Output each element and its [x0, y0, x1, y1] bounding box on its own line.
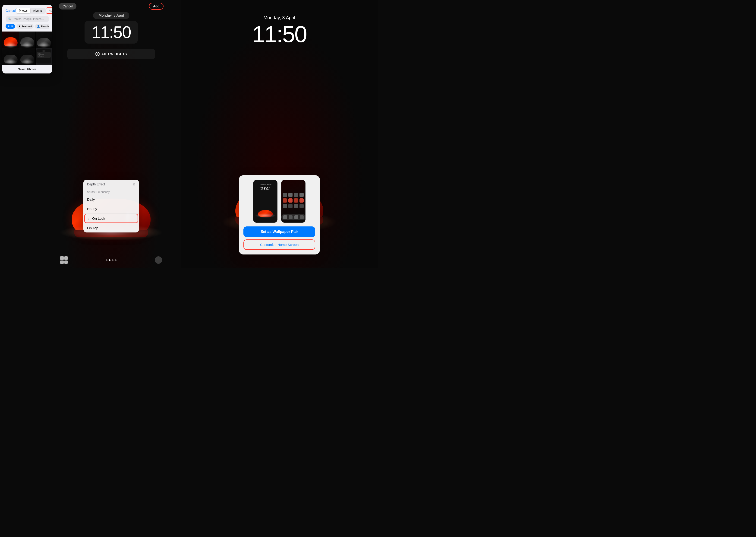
- picker-filter-row: ⊞ All ★ Featured 👤 People 🐾 Pets: [6, 24, 49, 30]
- photo-cell-dark-car-3[interactable]: [2, 48, 19, 65]
- plus-circle-icon: +: [95, 52, 99, 56]
- grid-dot-3: [60, 261, 64, 264]
- page-dot-2: [109, 259, 110, 261]
- daily-label: Daily: [87, 197, 95, 201]
- home-mini-content: [282, 180, 305, 223]
- picker-header: Cancel Photos Albums Add 🔍 Photos, Peopl…: [2, 5, 52, 31]
- picker-segmented-control: Photos Albums: [16, 8, 46, 14]
- editor-add-button[interactable]: Add: [149, 3, 164, 10]
- lock-time-display[interactable]: 11:50: [85, 21, 138, 44]
- all-grid-icon: ⊞: [7, 25, 10, 28]
- lock-screen-editor: Cancel Add Monday, 3 April 11:50 + ADD W…: [53, 0, 169, 268]
- dropdown-daily[interactable]: Daily: [83, 195, 139, 204]
- action-card: Tuesday, 9 January 09:41: [239, 175, 320, 255]
- grid-dot-4: [64, 261, 68, 264]
- filter-featured[interactable]: ★ Featured: [17, 24, 34, 29]
- photos-tab[interactable]: Photos: [16, 8, 30, 13]
- lock-screen-mini-preview: Tuesday, 9 January 09:41: [253, 180, 278, 223]
- filter-people-label: People: [41, 25, 49, 28]
- editor-topbar: Cancel Add: [53, 0, 169, 13]
- customize-home-screen-button[interactable]: Customize Home Screen: [244, 239, 315, 250]
- page-dot-3: [112, 259, 113, 261]
- filter-featured-label: Featured: [21, 25, 32, 28]
- mini-car-glow: [255, 213, 276, 218]
- dropdown-hourly[interactable]: Hourly: [83, 204, 139, 214]
- filter-all[interactable]: ⊞ All: [6, 24, 15, 29]
- shuffle-frequency-label: Shuffle Frequency: [87, 190, 110, 194]
- wallpaper-preview-panel: Monday, 3 April 11:50 Tuesday, 9 January…: [181, 0, 378, 268]
- home-screen-mini-preview: [281, 180, 306, 223]
- photo-cell-dark-car-1[interactable]: [19, 31, 35, 48]
- grid-dot-1: [60, 256, 64, 260]
- photo-grid: 11:50 Share... Save to Photos Copy Copy …: [2, 31, 52, 65]
- more-options-button[interactable]: ···: [155, 256, 162, 264]
- depth-effect-item[interactable]: Depth Effect ⧉: [83, 180, 139, 189]
- dropdown-on-tap[interactable]: On Tap: [83, 224, 139, 232]
- lock-date-text: Monday, 3 April: [98, 14, 124, 18]
- page-dot-4: [115, 259, 117, 261]
- mini-lock-date: Tuesday, 9 January: [253, 184, 277, 185]
- set-wallpaper-button[interactable]: Set as Wallpaper Pair: [244, 227, 315, 237]
- star-icon: ★: [18, 25, 20, 28]
- person-icon: 👤: [37, 25, 40, 28]
- picker-search[interactable]: 🔍 Photos, People, Places...: [6, 16, 49, 22]
- picker-footer: Select Photos: [2, 65, 52, 73]
- filter-all-label: All: [11, 25, 13, 28]
- on-tap-label: On Tap: [87, 226, 98, 230]
- photo-cell-red-car-1[interactable]: [2, 31, 19, 48]
- hourly-label: Hourly: [87, 207, 97, 211]
- right-time-text: 11:50: [252, 21, 306, 48]
- lock-date-pill[interactable]: Monday, 3 April: [93, 12, 129, 19]
- ellipsis-icon: ···: [157, 258, 160, 262]
- grid-dot-2: [64, 256, 68, 260]
- shuffle-frequency-header: Shuffle Frequency: [83, 189, 139, 195]
- page-dots-indicator: [106, 259, 117, 261]
- mini-lock-car: [256, 205, 275, 218]
- mini-lock-time: 09:41: [253, 186, 277, 192]
- photo-cell-dark-car-4[interactable]: [19, 48, 35, 65]
- add-widgets-button[interactable]: + ADD WIDGETS: [67, 49, 155, 59]
- right-date-text: Monday, 3 April: [264, 15, 295, 21]
- picker-cancel-button[interactable]: Cancel: [6, 9, 16, 13]
- filter-people[interactable]: 👤 People: [35, 24, 49, 29]
- lock-mini-content: Tuesday, 9 January 09:41: [253, 180, 277, 223]
- layers-icon: ⧉: [133, 182, 135, 186]
- search-placeholder-text: Photos, People, Places...: [13, 18, 44, 21]
- lock-time-text: 11:50: [92, 23, 131, 41]
- page-dot-1: [106, 259, 107, 261]
- search-icon: 🔍: [8, 18, 11, 21]
- checkmark-icon: ✓: [88, 217, 90, 221]
- editor-bottom-bar: ···: [53, 256, 169, 264]
- depth-effect-label: Depth Effect: [87, 183, 105, 186]
- photo-cell-screenshot[interactable]: 11:50 Share... Save to Photos Copy Copy …: [36, 48, 52, 65]
- dropdown-on-lock[interactable]: ✓ On Lock: [84, 214, 138, 223]
- photo-cell-dark-car-2[interactable]: [36, 31, 52, 48]
- albums-tab[interactable]: Albums: [30, 8, 45, 13]
- phone-previews: Tuesday, 9 January 09:41: [244, 180, 315, 223]
- add-widgets-label: ADD WIDGETS: [101, 52, 127, 56]
- shuffle-dropdown: Depth Effect ⧉ Shuffle Frequency Daily H…: [83, 180, 139, 232]
- grid-view-button[interactable]: [60, 256, 68, 264]
- select-photos-label: Select Photos: [18, 67, 36, 71]
- photo-picker: Cancel Photos Albums Add 🔍 Photos, Peopl…: [2, 5, 52, 73]
- picker-add-button[interactable]: Add: [46, 7, 52, 14]
- editor-cancel-button[interactable]: Cancel: [59, 3, 76, 10]
- on-lock-label: ✓ On Lock: [88, 217, 105, 221]
- picker-top-row: Cancel Photos Albums Add: [6, 7, 49, 14]
